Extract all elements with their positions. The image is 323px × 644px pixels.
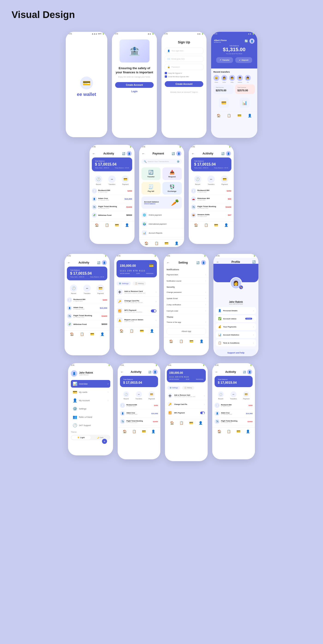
nav-card[interactable]: 💳 [237,114,241,117]
email-offers-checkbox[interactable]: Email Me About Special offer [165,76,203,78]
notification-sound-item[interactable]: Notification sound › [164,278,209,284]
settings-tab[interactable]: ⚙️ Settings [117,282,131,286]
tx2-item-1[interactable]: 🍽️ Restaurnt Bill 27 March 2022 $450 [191,187,231,195]
history-tab-small[interactable]: 📋 History [182,386,194,390]
nav-activity-2[interactable]: 📋 [105,223,109,227]
update-email-item[interactable]: Update Email › [164,295,209,302]
nav-profile-a3[interactable]: 👤 [100,332,104,336]
refresh-icon[interactable]: 🔄 [244,40,248,43]
recent-contact-4[interactable]: 👧 Fra [245,75,251,83]
add-remove-card-item[interactable]: ➕ Add or Remove Card Add another cards o… [114,287,159,297]
nfc-toggle-small[interactable] [200,412,205,414]
nav-profile-pay[interactable]: 👤 [175,242,179,245]
add-card-small[interactable]: ➕ Add or Remove Card Add another cards o… [165,392,208,400]
refresh-icon-s[interactable]: 🔄 [196,261,200,264]
tx3-item-4[interactable]: 💸 Withdraw Fund $6500 [67,320,107,328]
refresh-s2[interactable]: 🔄 [243,371,246,373]
profile-refresh-icon[interactable]: 🔄 [252,260,256,264]
nav-card-s2[interactable]: 💳 [236,430,240,433]
report-lost-item[interactable]: ⚠️ Report Lost or Stolen Order new card … [114,316,159,325]
tx-s1-3[interactable]: ✈️ Flight Ticket Booking 09 February 202… [120,418,158,426]
transfers-s2[interactable]: ↔️ Transfers [230,391,237,400]
tx-item-4[interactable]: 💸 Withdraw Fund $6500 [92,211,132,219]
intl-payment-option[interactable]: 🌍 International payment [139,220,184,228]
two-step-item[interactable]: 2-step verification › [164,302,209,308]
sidebar-item-myaccount[interactable]: 👤 My Account › [71,396,110,404]
nav-activity-card[interactable]: 📋 [130,329,134,333]
settings-tab-small[interactable]: ⚙️ Settings [167,386,180,390]
nfc-payment-item[interactable]: 📶 NFC Payment Send money with contactles… [114,306,159,316]
payment-s2[interactable]: 💳 Payment [243,391,250,400]
nav-home[interactable]: 🏠 [217,114,221,117]
nav-home-set[interactable]: 🏠 [169,340,173,343]
tx-item-3[interactable]: ✈️ Flight Ticket Booking 09 February 202… [92,203,132,211]
sidebar-item-support[interactable]: 🕐 24/7 Support [71,422,110,429]
refresh-icon-3[interactable]: 🔄 [97,261,100,264]
action-payment-3[interactable]: 💳 Payment [97,284,104,294]
action-transfers[interactable]: ↔️ Transfers [108,176,116,185]
recent-contact-1[interactable]: 👩 Esther [221,75,227,83]
settings-avatar[interactable]: 👤 [201,260,206,265]
account-statistics-item[interactable]: 📊 Account Statistics › [216,331,256,338]
tx-s1-2[interactable]: 👤 Adam Cruz 17 February 2022 $10,000 [120,410,158,418]
signup-create-btn[interactable]: Create Account [165,81,203,87]
tx-item-1[interactable]: 🍽️ Restaurnt Bill 27 March 2022 $450 [92,187,132,195]
dark-theme-opt[interactable]: 🌙 Dark [91,436,110,440]
nav-activity-s1[interactable]: 📋 [132,430,136,433]
quick-action-2[interactable]: 📊 [239,98,250,108]
nav-payment-pay[interactable]: 💳 [164,242,168,245]
sidebar-item-mycards[interactable]: 💳 My cards › [71,388,110,396]
settings-back[interactable]: ← [167,261,170,264]
sidebar-item-refer[interactable]: 👥 Refer a Friend [71,413,110,421]
back-btn-s2[interactable]: ← [215,370,218,374]
back-button-1[interactable]: ← [92,152,96,156]
nav-profile-set[interactable]: 👤 [200,340,203,343]
checkbox-box-1[interactable] [165,72,167,74]
login-button[interactable]: Login [131,90,138,93]
avatar-s2[interactable]: 👤 [247,370,252,374]
account-reports-option[interactable]: 📊 Account Reports [139,228,184,238]
nav-activity-a3[interactable]: 📋 [80,332,84,336]
transfer-card[interactable]: 🔄 Transfer [141,168,161,180]
support-btn[interactable]: Support and help [216,349,256,356]
paybill-card[interactable]: 🧾 Pay bill [141,182,161,194]
nav-card-set[interactable]: 💳 [189,340,193,343]
keep-signed-in-checkbox[interactable]: Keep Me Signed In [165,72,203,74]
payment-avatar[interactable]: 👤 [176,151,181,156]
tx-s2-1[interactable]: 🍽️ Restaurnt Bill 27 March 2022 $450 [215,402,253,410]
theme-app-item[interactable]: Theme of the app › [164,319,209,325]
nav-activity-pay[interactable]: 📋 [155,242,159,245]
nav-home-cs[interactable]: 🏠 [170,421,174,425]
back-button-3[interactable]: ← [67,261,71,264]
nav-home-card[interactable]: 🏠 [120,329,123,333]
tx2-item-2[interactable]: 🚗 Rideshare Bill 21 April 2022 $50 [191,195,231,203]
nfc-toggle[interactable] [151,310,156,312]
refresh-icon-2[interactable]: 🔄 [221,152,224,155]
nav-card-card[interactable]: 💳 [140,329,144,333]
nav-profile-s1[interactable]: 👤 [151,430,155,433]
light-theme-opt[interactable]: ☀️ Light [72,436,91,440]
account-status-item[interactable]: ✅ Account status Verified › [216,315,256,322]
exchange-card[interactable]: 💱 Exchange [162,182,182,194]
nav-profile[interactable]: 👤 [248,114,252,117]
recent-s2[interactable]: 🕐 Recent [218,391,224,400]
nav-home-2[interactable]: 🏠 [95,223,99,227]
signin-link[interactable]: Already have an account? Sign in [165,91,203,93]
activity-avatar-3[interactable]: 👤 [102,260,107,265]
nav-card-a3[interactable]: 💳 [90,332,94,336]
tx-s2-2[interactable]: 👤 Adam Cruz 17 February 2022 $10,000 [215,410,253,418]
nav-home-s2[interactable]: 🏠 [217,430,221,433]
nav-profile-a2[interactable]: 👤 [224,223,228,227]
sidebar-item-overview[interactable]: 📊 Overview › [71,380,110,388]
activity-avatar-2[interactable]: 👤 [226,151,231,156]
tx2-item-4[interactable]: 📦 Amazon Adds 16 August 2022 $97 [191,211,231,219]
action-recent-2[interactable]: 🕐 Recent [194,176,201,185]
nav-home-a3[interactable]: 🏠 [70,332,74,336]
tx3-item-2[interactable]: 👤 Adam Cruz 17 February 2022 $10,000 [67,304,107,312]
nav-home-a2[interactable]: 🏠 [194,223,198,227]
nav-home-pay[interactable]: 🏠 [144,242,148,245]
back-button-2[interactable]: ← [191,152,195,156]
tx3-item-3[interactable]: ✈️ Flight Ticket Booking 09 February 202… [67,312,107,320]
nav-profile-s2[interactable]: 👤 [246,430,250,433]
checkbox-box-2[interactable] [165,76,167,78]
